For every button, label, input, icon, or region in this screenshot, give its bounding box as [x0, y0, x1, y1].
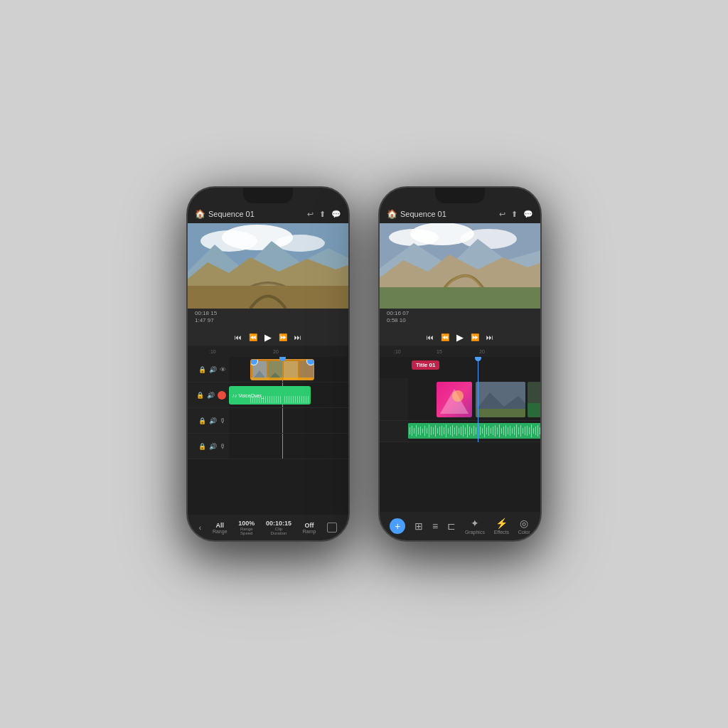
timeline-area-1[interactable]: 🔒 🔊 👁 — [188, 357, 348, 515]
svg-rect-59 — [471, 428, 472, 434]
svg-rect-49 — [450, 427, 451, 435]
track-content-e2[interactable] — [229, 434, 348, 459]
step-back-btn-2[interactable]: ⏪ — [441, 333, 449, 341]
track-controls-a1: 🔒 🔊 — [188, 382, 229, 407]
track-content-title-2[interactable]: Title 01 — [408, 357, 540, 378]
svg-rect-54 — [461, 427, 461, 435]
playhead-e1[interactable] — [282, 408, 283, 433]
mic-icon-2[interactable]: 🎙 — [220, 443, 226, 450]
lock-icon-a1[interactable]: 🔒 — [196, 392, 204, 399]
volume-icon-e2[interactable]: 🔊 — [209, 443, 217, 450]
color-label-2: Color — [518, 530, 530, 535]
ruler-mark-20-1: 20 — [273, 349, 279, 354]
audio-waveform-2[interactable] — [408, 423, 540, 439]
svg-rect-89 — [535, 427, 536, 435]
svg-rect-88 — [533, 428, 534, 434]
eye-icon-v1[interactable]: 👁 — [220, 366, 226, 373]
playhead-e2[interactable] — [282, 434, 283, 459]
skip-start-btn-1[interactable]: ⏮ — [235, 333, 242, 341]
timeline-ruler-2: :10 15 20 — [380, 346, 540, 357]
volume-icon-e1[interactable]: 🔊 — [209, 417, 217, 424]
track-controls-v1: 🔒 🔊 👁 — [188, 357, 229, 382]
svg-rect-85 — [527, 426, 528, 436]
pink-video-clip-2[interactable] — [437, 382, 472, 417]
audio-wave-1 — [250, 396, 309, 403]
skip-end-btn-2[interactable]: ⏭ — [486, 333, 493, 341]
track-content-audio-2[interactable] — [408, 421, 540, 442]
chat-icon-2[interactable]: 💬 — [523, 210, 533, 219]
home-icon-2[interactable]: 🏠 — [387, 209, 397, 219]
svg-rect-51 — [454, 427, 455, 434]
toolbar-duration-1[interactable]: 00:10:15 ClipDuration — [266, 520, 291, 535]
step-fwd-btn-1[interactable]: ⏩ — [279, 333, 287, 341]
back-arrow-1[interactable]: ‹ — [199, 524, 201, 532]
chat-icon-1[interactable]: 💬 — [331, 210, 341, 219]
lock-icon-e2[interactable]: 🔒 — [198, 443, 206, 450]
add-button-2[interactable]: + — [390, 518, 405, 534]
step-back-btn-1[interactable]: ⏪ — [249, 333, 257, 341]
timecode-bar-1: 00:18 15 1:47 97 — [188, 309, 348, 328]
link-tool-2[interactable]: ⊏ — [447, 520, 456, 532]
svg-rect-31 — [412, 426, 412, 436]
svg-point-3 — [275, 235, 325, 252]
volume-icon-a1[interactable]: 🔊 — [207, 392, 215, 399]
ruler-mark-20-2: 20 — [479, 349, 485, 354]
playhead-title-2[interactable] — [478, 357, 478, 378]
green-video-clip-2[interactable] — [528, 382, 540, 417]
playhead-1[interactable] — [282, 357, 283, 382]
list-tool-2[interactable]: ≡ — [432, 520, 438, 532]
toolbar-ramp-1[interactable]: Off Ramp — [303, 522, 316, 534]
track-content-v1[interactable] — [229, 357, 348, 382]
audio-clip-1[interactable]: ♪ ♪ VoiceOver_ — [229, 386, 311, 405]
lock-icon-e1[interactable]: 🔒 — [198, 417, 206, 424]
lock-icon-v1[interactable]: 🔒 — [198, 366, 206, 373]
checkbox-1[interactable] — [327, 523, 337, 532]
step-fwd-btn-2[interactable]: ⏩ — [471, 333, 479, 341]
effects-icon-2: ⚡ — [496, 518, 508, 529]
skip-end-btn-1[interactable]: ⏭ — [294, 333, 301, 341]
effects-tool-2[interactable]: ⚡ Effects — [494, 518, 509, 535]
volume-icon-v1[interactable]: 🔊 — [209, 366, 217, 373]
snap-tool-2[interactable]: ⊞ — [414, 520, 423, 532]
track-content-v2[interactable] — [408, 378, 540, 421]
transport-1: ⏮ ⏪ ▶ ⏩ ⏭ — [188, 328, 348, 346]
share-icon-2[interactable]: ⬆ — [511, 210, 518, 219]
skip-start-btn-2[interactable]: ⏮ — [427, 333, 434, 341]
svg-rect-90 — [537, 425, 538, 437]
undo-icon-1[interactable]: ↩ — [307, 210, 314, 219]
svg-rect-83 — [523, 428, 523, 434]
mic-icon-1[interactable]: 🎙 — [220, 417, 226, 424]
toolbar-speed-1[interactable]: 100% RangeSpeed — [238, 520, 255, 535]
mountain-video-clip-2[interactable] — [476, 382, 525, 417]
video-preview-1 — [188, 223, 348, 309]
svg-rect-77 — [510, 426, 510, 436]
toolbar-range-1[interactable]: All Range — [213, 522, 228, 534]
phone2-header: 🏠 Sequence 01 ↩ ⬆ 💬 — [380, 188, 540, 223]
home-icon-1[interactable]: 🏠 — [195, 209, 205, 219]
color-tool-2[interactable]: ◎ Color — [518, 518, 530, 535]
timeline-area-2[interactable]: Title 01 — [380, 357, 540, 512]
effects-label-2: Effects — [494, 530, 509, 535]
svg-rect-76 — [508, 427, 508, 434]
svg-rect-32 — [414, 428, 414, 434]
playhead-audio-2[interactable] — [478, 421, 478, 442]
record-btn-1[interactable] — [218, 391, 226, 400]
svg-rect-84 — [525, 427, 525, 435]
playhead-handle-title-2[interactable] — [475, 357, 481, 361]
graphics-tool-2[interactable]: ✦ Graphics — [465, 518, 485, 535]
svg-rect-66 — [486, 427, 487, 434]
svg-rect-75 — [505, 425, 506, 437]
timecode-text-2: 00:16 07 0:58 10 — [387, 310, 533, 325]
svg-rect-35 — [420, 427, 421, 435]
playhead-a1[interactable] — [282, 382, 283, 407]
play-btn-1[interactable]: ▶ — [264, 332, 272, 343]
undo-icon-2[interactable]: ↩ — [499, 210, 505, 219]
track-video-1: 🔒 🔊 👁 — [188, 357, 348, 382]
track-content-a1[interactable]: ♪ ♪ VoiceOver_ — [229, 382, 348, 407]
playhead-v2[interactable] — [478, 378, 478, 421]
track-content-e1[interactable] — [229, 408, 348, 433]
play-btn-2[interactable]: ▶ — [456, 332, 464, 343]
title-clip-2[interactable]: Title 01 — [412, 360, 439, 370]
clip-handle-right-1[interactable] — [306, 359, 314, 365]
share-icon-1[interactable]: ⬆ — [319, 210, 326, 219]
